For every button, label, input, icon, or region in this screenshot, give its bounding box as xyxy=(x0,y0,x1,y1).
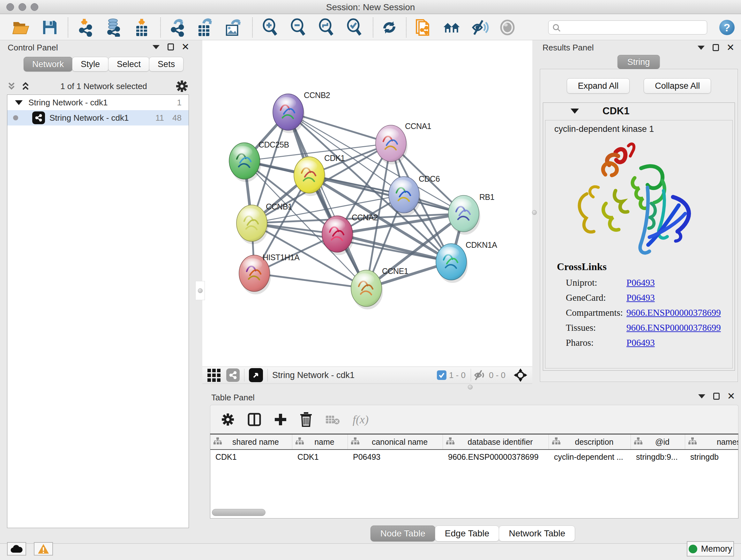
node-CCNB1[interactable]: CCNB1 xyxy=(237,202,292,244)
import-table-file-icon[interactable] xyxy=(133,18,151,37)
node-CCNE1[interactable]: CCNE1 xyxy=(351,266,408,309)
column-type-icon xyxy=(446,437,455,446)
tab-network[interactable]: Network xyxy=(23,57,72,71)
tab-node-table[interactable]: Node Table xyxy=(370,525,435,542)
crosslink-row: Uniprot:P06493 xyxy=(566,277,726,293)
column-header--id[interactable]: @id xyxy=(631,435,685,449)
zoom-in-icon[interactable] xyxy=(261,18,279,37)
control-panel-close-icon[interactable]: ✕ xyxy=(180,42,191,52)
table-cell[interactable]: P06493 xyxy=(348,450,443,464)
selected-checkbox-icon[interactable] xyxy=(437,370,447,380)
control-panel-menu-icon[interactable] xyxy=(151,42,161,52)
crosslink-link[interactable]: P06493 xyxy=(626,337,655,353)
locate-crosshair-icon[interactable] xyxy=(513,368,528,382)
memory-button[interactable]: Memory xyxy=(687,541,734,557)
open-session-icon[interactable] xyxy=(12,18,30,37)
network-view-toolbar: String Network - cdk1 1 - 0 0 - 0 xyxy=(202,367,532,384)
expand-all-button[interactable]: Expand All xyxy=(567,78,630,94)
zoom-out-icon[interactable] xyxy=(289,18,307,37)
home-icon[interactable] xyxy=(443,18,461,37)
node-CCNA1[interactable]: CCNA1 xyxy=(376,122,431,165)
column-header-namespace[interactable]: namespace xyxy=(685,435,738,449)
crosslink-link[interactable]: P06493 xyxy=(626,293,655,307)
node-HIST1H1A[interactable]: HIST1H1A xyxy=(239,253,300,294)
column-header-database-identifier[interactable]: database identifier xyxy=(443,435,549,449)
table-panel-menu-icon[interactable] xyxy=(696,391,707,401)
column-header-shared-name[interactable]: shared name xyxy=(210,435,292,449)
tab-select[interactable]: Select xyxy=(108,57,149,71)
show-columns-icon[interactable] xyxy=(247,413,261,427)
collapse-all-button[interactable]: Collapse All xyxy=(644,78,711,94)
results-panel-menu-icon[interactable] xyxy=(696,43,706,52)
tab-style[interactable]: Style xyxy=(72,57,109,71)
gear-icon[interactable] xyxy=(176,80,188,92)
zoom-fit-icon[interactable] xyxy=(317,18,335,37)
warning-button[interactable] xyxy=(34,542,53,556)
tab-string[interactable]: String xyxy=(617,55,660,69)
help-icon[interactable]: ? xyxy=(719,20,735,35)
table-horizontal-scrollbar[interactable] xyxy=(212,509,266,516)
expand-all-icon[interactable] xyxy=(21,81,32,91)
import-network-file-icon[interactable] xyxy=(77,18,95,37)
zoom-selected-icon[interactable] xyxy=(345,18,363,37)
collapse-all-icon[interactable] xyxy=(7,81,18,91)
main-toolbar: ? xyxy=(0,14,741,40)
refresh-icon[interactable] xyxy=(381,18,398,37)
tab-sets[interactable]: Sets xyxy=(149,57,184,71)
network-row[interactable]: String Network - cdk1 11 48 xyxy=(7,110,189,125)
cloud-button[interactable] xyxy=(7,542,26,556)
tab-network-table[interactable]: Network Table xyxy=(499,525,575,542)
table-panel-title: Table Panel xyxy=(211,393,255,402)
import-network-database-icon[interactable] xyxy=(105,18,123,37)
table-cell[interactable]: 9606.ENSP00000378699 xyxy=(443,450,549,464)
results-panel-close-icon[interactable]: ✕ xyxy=(725,43,736,52)
crosslink-link[interactable]: 9606.ENSP00000378699 xyxy=(626,307,721,322)
status-bar: Memory xyxy=(0,543,741,560)
node-RB1[interactable]: RB1 xyxy=(448,192,494,235)
node-CCNB2[interactable]: CCNB2 xyxy=(273,91,330,133)
table-row[interactable]: CDK1CDK1P064939606.ENSP00000378699cyclin… xyxy=(210,450,738,464)
crosslink-link[interactable]: P06493 xyxy=(626,277,655,293)
column-header-name[interactable]: name xyxy=(292,435,348,449)
left-splitter-handle[interactable] xyxy=(195,281,205,300)
network-collection-row[interactable]: String Network - cdk1 1 xyxy=(7,95,189,110)
gene-description: cyclin-dependent kinase 1 xyxy=(554,124,654,134)
table-cell[interactable]: cyclin-dependent ... xyxy=(549,450,631,464)
table-cell[interactable]: CDK1 xyxy=(292,450,348,464)
protein-structure-image xyxy=(568,139,708,258)
add-column-icon[interactable] xyxy=(274,413,287,426)
tab-edge-table[interactable]: Edge Table xyxy=(435,525,499,542)
column-header-canonical-name[interactable]: canonical name xyxy=(348,435,443,449)
string-query-icon[interactable] xyxy=(414,18,431,37)
export-image-icon[interactable] xyxy=(225,18,243,37)
crosslinks-list: Uniprot:P06493GeneCard:P06493Compartment… xyxy=(566,277,726,353)
table-cell[interactable]: CDK1 xyxy=(210,450,292,464)
birdseye-view-icon[interactable] xyxy=(249,368,263,382)
search-input[interactable] xyxy=(563,21,704,34)
table-gear-icon[interactable] xyxy=(221,413,234,426)
save-session-icon[interactable] xyxy=(41,18,59,37)
table-panel-float-icon[interactable] xyxy=(711,391,722,401)
network-edge-count: 48 xyxy=(172,113,182,123)
node-CDKN1A[interactable]: CDKN1A xyxy=(436,240,497,283)
crosslink-link[interactable]: 9606.ENSP00000378699 xyxy=(626,322,721,337)
export-table-icon[interactable] xyxy=(197,18,214,37)
bottom-splitter-handle[interactable] xyxy=(468,385,473,389)
tree-expand-icon[interactable] xyxy=(15,100,23,105)
table-body: CDK1CDK1P064939606.ENSP00000378699cyclin… xyxy=(210,450,738,464)
network-canvas[interactable]: CCNB2CCNA1CDC25BCDK1CDC6RB1CCNB1CCNA2CDK… xyxy=(202,40,532,367)
table-panel-close-icon[interactable]: ✕ xyxy=(726,391,737,401)
export-network-icon[interactable] xyxy=(169,18,187,37)
share-view-icon[interactable] xyxy=(226,368,240,382)
results-panel-float-icon[interactable] xyxy=(711,43,721,52)
control-panel-float-icon[interactable] xyxy=(165,42,176,52)
gene-collapse-icon[interactable] xyxy=(570,109,579,114)
hidden-counts: 0 - 0 xyxy=(489,370,506,380)
table-cell[interactable]: stringdb:9... xyxy=(631,450,685,464)
grid-view-icon[interactable] xyxy=(207,369,220,382)
column-header-description[interactable]: description xyxy=(549,435,631,449)
table-cell[interactable]: stringdb xyxy=(685,450,738,464)
delete-column-icon[interactable] xyxy=(300,412,313,427)
show-hide-graphics-icon[interactable] xyxy=(472,18,489,37)
eye-icon[interactable] xyxy=(498,18,516,37)
